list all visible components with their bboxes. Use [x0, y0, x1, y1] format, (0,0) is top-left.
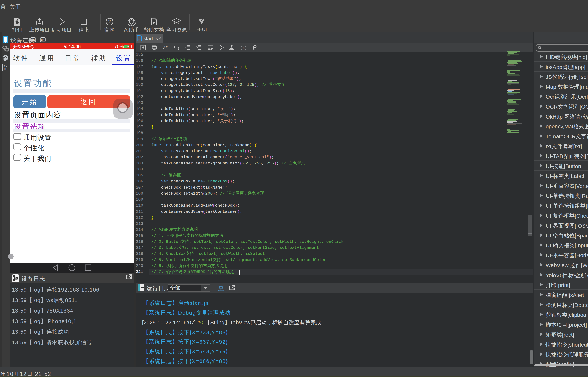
svg-text:?: ?: [108, 19, 111, 24]
svg-text:2X: 2X: [41, 38, 44, 41]
svg-text:/*: /*: [163, 46, 168, 50]
svg-text:[x]: [x]: [241, 46, 247, 50]
svg-text:JS: JS: [137, 38, 140, 41]
svg-text:1X: 1X: [31, 38, 35, 41]
